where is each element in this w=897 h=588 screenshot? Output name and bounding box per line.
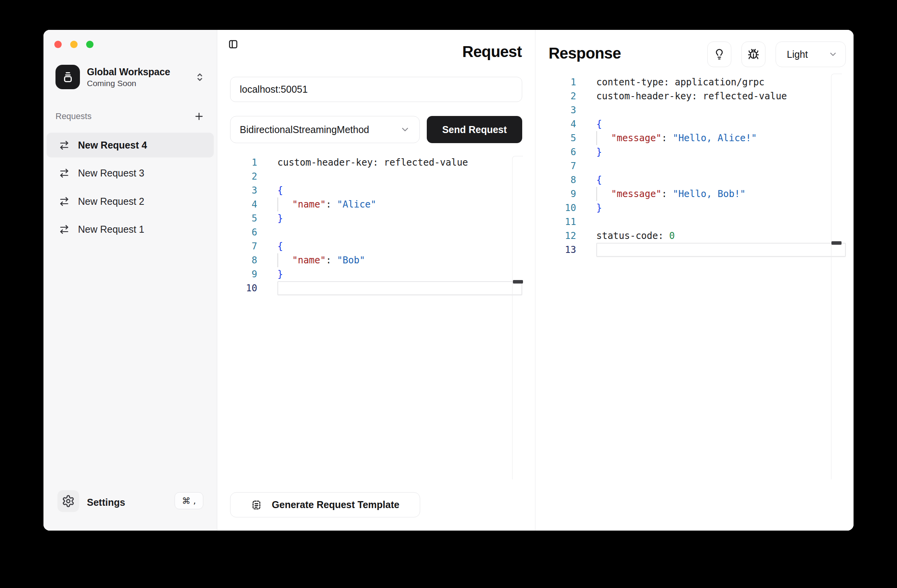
line-content[interactable]: { bbox=[596, 173, 846, 187]
editor-line[interactable]: 2 bbox=[233, 169, 522, 183]
editor-line[interactable]: 6 bbox=[233, 225, 522, 239]
settings-shortcut-badge: ⌘ , bbox=[175, 492, 203, 509]
add-request-button[interactable] bbox=[193, 111, 205, 122]
line-content[interactable] bbox=[596, 103, 846, 117]
line-content[interactable]: custom-header-key: reflected-value bbox=[596, 89, 846, 103]
editor-line[interactable]: 10} bbox=[552, 201, 846, 215]
close-window-button[interactable] bbox=[54, 41, 62, 48]
editor-line[interactable]: 9"message": "Hello, Bob!" bbox=[552, 187, 846, 201]
line-number: 13 bbox=[552, 244, 576, 255]
sidebar-request-item[interactable]: New Request 2 bbox=[47, 189, 214, 214]
editor-line[interactable]: 1custom-header-key: reflected-value bbox=[233, 156, 522, 169]
editor-line[interactable]: 9} bbox=[233, 267, 522, 281]
line-content[interactable] bbox=[277, 169, 522, 183]
line-number: 8 bbox=[233, 255, 257, 266]
editor-line[interactable]: 2custom-header-key: reflected-value bbox=[552, 89, 846, 103]
active-line-content[interactable] bbox=[596, 243, 846, 257]
line-number: 10 bbox=[552, 202, 576, 213]
theme-dropdown[interactable]: Light bbox=[776, 42, 846, 67]
editor-line[interactable]: 8{ bbox=[552, 173, 846, 187]
request-item-label: New Request 4 bbox=[78, 140, 147, 151]
line-content[interactable]: { bbox=[277, 239, 522, 253]
send-request-button[interactable]: Send Request bbox=[427, 116, 522, 143]
editor-line[interactable]: 7 bbox=[552, 159, 846, 173]
request-editor[interactable]: 1custom-header-key: reflected-value23{4"… bbox=[233, 156, 522, 295]
app-window: Global Workspace Coming Soon Requests Ne… bbox=[43, 30, 854, 531]
response-editor-scroll-thumb[interactable] bbox=[831, 241, 842, 245]
editor-line[interactable]: 13 bbox=[552, 243, 846, 257]
line-number: 11 bbox=[552, 216, 576, 227]
line-content[interactable]: } bbox=[596, 145, 846, 159]
editor-line[interactable]: 5"message": "Hello, Alice!" bbox=[552, 131, 846, 145]
editor-line[interactable]: 3{ bbox=[233, 183, 522, 197]
active-line-content[interactable] bbox=[277, 281, 522, 295]
line-content[interactable]: status-code: 0 bbox=[596, 229, 846, 243]
request-item-label: New Request 2 bbox=[78, 196, 144, 207]
line-content[interactable]: { bbox=[596, 117, 846, 131]
sidebar-request-item[interactable]: New Request 4 bbox=[47, 133, 214, 157]
line-content[interactable] bbox=[277, 225, 522, 239]
request-panel-title: Request bbox=[462, 43, 522, 61]
sidebar-request-item[interactable]: New Request 3 bbox=[47, 161, 214, 186]
swap-arrows-icon bbox=[59, 140, 69, 150]
workspace-title: Global Workspace bbox=[87, 66, 170, 78]
editor-line[interactable]: 4"name": "Alice" bbox=[233, 197, 522, 211]
editor-line[interactable]: 11 bbox=[552, 215, 846, 229]
workspace-subtitle: Coming Soon bbox=[87, 79, 170, 88]
editor-line[interactable]: 12status-code: 0 bbox=[552, 229, 846, 243]
line-number: 2 bbox=[233, 171, 257, 182]
line-content[interactable]: } bbox=[277, 211, 522, 225]
editor-line[interactable]: 1content-type: application/grpc bbox=[552, 75, 846, 89]
sidebar-toggle-icon[interactable] bbox=[228, 39, 239, 50]
theme-dropdown-value: Light bbox=[787, 49, 808, 60]
swap-arrows-icon bbox=[59, 168, 69, 178]
sidebar-request-item[interactable]: New Request 1 bbox=[47, 217, 214, 242]
line-content[interactable]: } bbox=[277, 267, 522, 281]
request-item-label: New Request 3 bbox=[78, 168, 144, 179]
server-address-input[interactable] bbox=[230, 77, 522, 102]
request-list: New Request 4New Request 3New Request 2N… bbox=[47, 133, 214, 245]
generate-request-template-button[interactable]: Generate Request Template bbox=[230, 492, 420, 517]
line-number: 5 bbox=[552, 133, 576, 144]
line-number: 1 bbox=[233, 157, 257, 168]
editor-line[interactable]: 3 bbox=[552, 103, 846, 117]
line-number: 4 bbox=[233, 199, 257, 210]
line-content[interactable] bbox=[596, 159, 846, 173]
editor-line[interactable]: 10 bbox=[233, 281, 522, 295]
hint-button[interactable] bbox=[707, 42, 731, 67]
line-content[interactable]: "message": "Hello, Alice!" bbox=[596, 131, 846, 145]
response-editor-scroll-track bbox=[831, 74, 842, 479]
editor-line[interactable]: 7{ bbox=[233, 239, 522, 253]
line-number: 5 bbox=[233, 213, 257, 224]
line-content[interactable]: "message": "Hello, Bob!" bbox=[596, 187, 846, 201]
line-content[interactable]: custom-header-key: reflected-value bbox=[277, 156, 522, 169]
line-number: 12 bbox=[552, 230, 576, 241]
line-content[interactable]: } bbox=[596, 201, 846, 215]
line-number: 3 bbox=[233, 185, 257, 196]
chevron-down-icon bbox=[828, 50, 838, 59]
request-editor-scroll-thumb[interactable] bbox=[513, 280, 523, 284]
workspace-switcher[interactable]: Global Workspace Coming Soon bbox=[55, 65, 205, 89]
response-editor[interactable]: 1content-type: application/grpc2custom-h… bbox=[552, 75, 846, 257]
generate-request-template-label: Generate Request Template bbox=[272, 499, 400, 510]
requests-section-label: Requests bbox=[55, 111, 92, 121]
editor-line[interactable]: 5} bbox=[233, 211, 522, 225]
line-content[interactable]: "name": "Alice" bbox=[277, 197, 522, 211]
line-content[interactable]: content-type: application/grpc bbox=[596, 75, 846, 89]
editor-line[interactable]: 6} bbox=[552, 145, 846, 159]
debug-button[interactable] bbox=[741, 42, 765, 67]
line-content[interactable] bbox=[596, 215, 846, 229]
line-number: 7 bbox=[552, 161, 576, 171]
minimize-window-button[interactable] bbox=[70, 41, 78, 48]
editor-line[interactable]: 8"name": "Bob" bbox=[233, 253, 522, 267]
line-content[interactable]: "name": "Bob" bbox=[277, 253, 522, 267]
request-item-label: New Request 1 bbox=[78, 224, 144, 235]
zoom-window-button[interactable] bbox=[86, 41, 94, 48]
line-number: 6 bbox=[552, 147, 576, 157]
chevrons-up-down-icon bbox=[194, 72, 205, 83]
editor-line[interactable]: 4{ bbox=[552, 117, 846, 131]
settings-row[interactable]: Settings ⌘ , bbox=[43, 489, 217, 515]
method-dropdown[interactable]: BidirectionalStreamingMethod bbox=[230, 116, 420, 143]
sidebar: Global Workspace Coming Soon Requests Ne… bbox=[43, 30, 217, 531]
line-content[interactable]: { bbox=[277, 183, 522, 197]
